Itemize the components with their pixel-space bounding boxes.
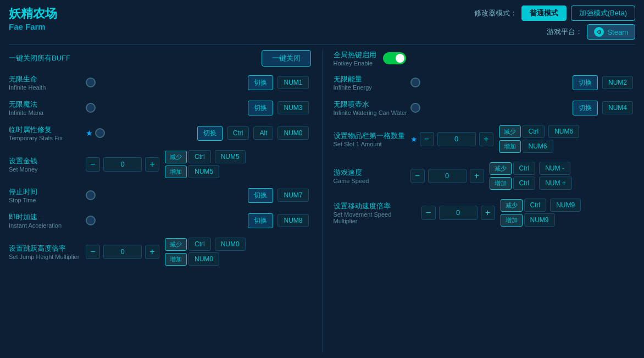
toggle-infinite-mana[interactable] — [86, 103, 96, 113]
feature-cn-energy: 无限能量 — [334, 74, 410, 84]
slot1-dec-keys: 减少 Ctrl NUM6 — [499, 125, 582, 138]
money-inc-btn[interactable]: 增加 — [165, 166, 187, 178]
gs-numplus[interactable]: NUM + — [539, 177, 572, 190]
money-num5-dec[interactable]: NUM5 — [215, 150, 246, 163]
jump-dec-btn[interactable]: 减少 — [165, 238, 187, 251]
feature-row-infinite-mana: 无限魔法 Infinite Mana 切换 NUM3 — [9, 100, 311, 116]
slot1-num6-dec[interactable]: NUM6 — [548, 125, 579, 138]
feature-cn-accel: 即时加速 — [9, 212, 86, 222]
increase-gamespeed[interactable]: + — [470, 169, 484, 183]
close-all-button[interactable]: 一键关闭 — [262, 50, 311, 67]
steam-label: Steam — [607, 28, 628, 36]
money-dec-btn[interactable]: 减少 — [165, 151, 187, 163]
key-alt-temp[interactable]: Alt — [253, 126, 273, 140]
header: 妖精农场 Fae Farm 修改器模式： 普通模式 加强模式(Beta) 游戏平… — [9, 5, 635, 40]
increase-jump[interactable]: + — [145, 245, 159, 259]
star-icon-temp: ★ — [86, 129, 93, 137]
mode-normal-button[interactable]: 普通模式 — [521, 5, 567, 21]
money-dec-keys: 减少 Ctrl NUM5 — [165, 150, 248, 163]
slot1-inc-btn[interactable]: 增加 — [499, 140, 521, 153]
feature-en-temp: Temporary Stats Fix — [9, 135, 86, 141]
move-dec-btn[interactable]: 减少 — [501, 199, 523, 212]
title-cn: 妖精农场 — [9, 5, 57, 22]
switch-btn-water[interactable]: 切换 — [573, 101, 598, 115]
key-num3[interactable]: NUM3 — [277, 101, 308, 114]
key-num7[interactable]: NUM7 — [277, 189, 308, 202]
key-num4[interactable]: NUM4 — [602, 101, 633, 114]
jump-num0-dec[interactable]: NUM0 — [215, 238, 246, 251]
title-en: Fae Farm — [9, 22, 57, 31]
switch-btn-accel[interactable]: 切换 — [248, 213, 273, 228]
jump-num0-inc[interactable]: NUM0 — [188, 252, 219, 266]
key-num2[interactable]: NUM2 — [602, 76, 633, 89]
platform-label: 游戏平台： — [547, 27, 582, 37]
num-control-jump: − 0 + — [86, 245, 159, 259]
decrease-money[interactable]: − — [86, 157, 100, 172]
toggle-infinite-energy[interactable] — [410, 78, 420, 87]
switch-btn-temp[interactable]: 切换 — [197, 126, 223, 141]
slot1-num6-inc[interactable]: NUM6 — [523, 140, 553, 153]
key-num1[interactable]: NUM1 — [277, 76, 308, 89]
money-value: 0 — [103, 157, 142, 172]
hotkey-top-bar: 全局热键启用 Hotkey Enable — [334, 50, 636, 67]
toggle-watering[interactable] — [410, 103, 420, 113]
gs-numminus[interactable]: NUM - — [539, 162, 570, 175]
toggle-infinite-health[interactable] — [86, 78, 96, 87]
hotkey-toggle[interactable] — [383, 52, 406, 64]
jump-ctrl[interactable]: Ctrl — [188, 238, 211, 251]
move-num9-inc[interactable]: NUM9 — [524, 213, 555, 227]
decrease-gamespeed[interactable]: − — [410, 169, 425, 183]
divider — [9, 44, 635, 45]
decrease-move[interactable]: − — [421, 206, 436, 220]
increase-slot1[interactable]: + — [479, 132, 493, 146]
increase-money[interactable]: + — [145, 157, 159, 172]
key-ctrl-temp[interactable]: Ctrl — [227, 126, 249, 140]
slot1-value: 0 — [437, 132, 476, 146]
key-num8[interactable]: NUM8 — [277, 214, 308, 227]
feature-label-accel: 即时加速 Instant Acceleration — [9, 212, 86, 229]
feature-label-movespeed: 设置移动速度倍率 Set Movement Speed Multiplier — [334, 201, 421, 224]
steam-icon: ⚙ — [594, 27, 604, 37]
toggle-temp-stats[interactable] — [95, 128, 105, 138]
gs-ctrl-inc[interactable]: Ctrl — [513, 177, 536, 190]
steam-button[interactable]: ⚙ Steam — [587, 24, 635, 40]
switch-btn-stop[interactable]: 切换 — [248, 188, 273, 203]
feature-cn-mana: 无限魔法 — [9, 100, 86, 109]
switch-btn-infinite-health[interactable]: 切换 — [248, 75, 273, 90]
move-value: 0 — [439, 206, 478, 220]
switch-btn-infinite-mana[interactable]: 切换 — [248, 101, 273, 115]
feature-label-gamespeed: 游戏速度 Game Speed — [334, 168, 410, 184]
slot1-inc-keys: 增加 NUM6 — [499, 140, 582, 153]
feature-cn-temp: 临时属性修复 — [9, 125, 86, 135]
feature-row-money: 设置金钱 Set Money − 0 + 减少 Ctrl NUM5 增加 — [9, 150, 311, 178]
money-ctrl[interactable]: Ctrl — [188, 150, 211, 163]
feature-cn: 无限生命 — [9, 74, 86, 84]
feature-label-watering: 无限喷壶水 Infinite Watering Can Water — [334, 100, 410, 116]
gs-inc-btn[interactable]: 增加 — [490, 177, 512, 190]
app-container: 妖精农场 Fae Farm 修改器模式： 普通模式 加强模式(Beta) 游戏平… — [0, 0, 644, 358]
slot1-dec-btn[interactable]: 减少 — [499, 125, 521, 138]
key-num0-temp[interactable]: NUM0 — [277, 126, 308, 140]
move-inc-btn[interactable]: 增加 — [501, 214, 523, 227]
move-num9-dec[interactable]: NUM9 — [550, 199, 581, 212]
increase-move[interactable]: + — [481, 206, 495, 220]
feature-en-mana: Infinite Mana — [9, 109, 86, 116]
jump-inc-btn[interactable]: 增加 — [165, 253, 187, 266]
toggle-stop-time[interactable] — [86, 190, 96, 200]
gs-dec-btn[interactable]: 减少 — [490, 162, 512, 175]
feature-label-stop-time: 停止时间 Stop Time — [9, 187, 86, 203]
slot1-ctrl[interactable]: Ctrl — [523, 125, 545, 138]
move-ctrl-dec[interactable]: Ctrl — [524, 199, 547, 212]
feature-cn-jump: 设置跳跃高度倍率 — [9, 244, 86, 254]
decrease-jump[interactable]: − — [86, 245, 100, 259]
decrease-slot1[interactable]: − — [420, 132, 434, 146]
toggle-acceleration[interactable] — [86, 216, 96, 225]
mode-row: 修改器模式： 普通模式 加强模式(Beta) — [474, 5, 635, 21]
money-num5-inc[interactable]: NUM5 — [188, 165, 219, 178]
mode-beta-button[interactable]: 加强模式(Beta) — [571, 5, 635, 21]
feature-row-slot1: 设置物品栏第一格数量 Set Slot 1 Amount ★ − 0 + 减少 … — [334, 125, 636, 153]
gs-ctrl-dec[interactable]: Ctrl — [513, 162, 536, 175]
feature-cn-slot1: 设置物品栏第一格数量 — [334, 131, 410, 141]
switch-btn-energy[interactable]: 切换 — [573, 75, 598, 90]
feature-label-infinite-health: 无限生命 Infinite Health — [9, 74, 86, 91]
